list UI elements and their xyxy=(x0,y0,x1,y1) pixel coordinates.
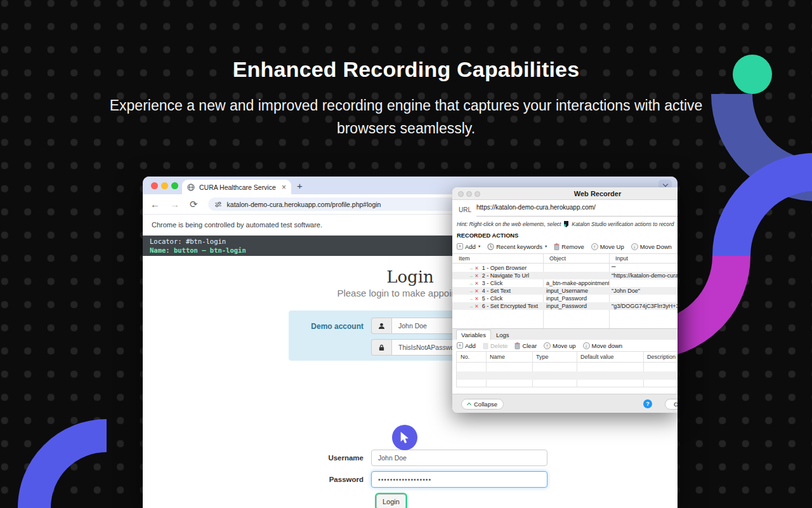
arrow-down-icon: ↓ xyxy=(583,342,590,349)
browser-tab[interactable]: CURA Healthcare Service × xyxy=(182,180,291,194)
col-description: Description xyxy=(643,354,678,360)
recent-keywords-button[interactable]: Recent keywords ▾ xyxy=(487,243,547,250)
page-subtitle: Experience a new and improved recording … xyxy=(102,94,710,140)
col-input: Input xyxy=(609,255,678,262)
recorder-url-label: URL xyxy=(459,206,471,213)
plus-icon: + xyxy=(457,342,463,349)
move-up-button[interactable]: ↑ Move Up xyxy=(591,243,624,250)
variables-table: No. Name Type Default value Description xyxy=(456,351,678,387)
action-row-4[interactable]: →✕4 - Set Text input_Username "John Doe" xyxy=(452,287,678,295)
col-name: Name xyxy=(486,354,532,360)
cursor-badge xyxy=(392,425,417,450)
hint-suffix: Katalon Studio verification actions to r… xyxy=(572,221,674,227)
login-button[interactable]: Login xyxy=(376,494,406,508)
chevron-down-icon xyxy=(662,182,667,187)
recorded-actions-heading: RECORDED ACTIONS xyxy=(457,232,518,239)
action-row-2[interactable]: →✕2 - Navigate To Url "https://katalon-d… xyxy=(452,272,678,279)
actions-table-header: Item Object Input xyxy=(452,254,678,264)
new-tab-button[interactable]: + xyxy=(297,180,303,191)
maximize-window-button[interactable] xyxy=(171,182,178,189)
recorder-titlebar: Web Recorder xyxy=(452,187,678,200)
step-x-icon: ✕ xyxy=(475,288,479,294)
step-arrow-icon: → xyxy=(468,288,473,294)
add-variable-button[interactable]: + Add xyxy=(457,342,476,349)
recorder-url-input[interactable]: https://katalon-demo-cura.herokuapp.com/ xyxy=(476,203,678,217)
variables-toolbar: + Add Delete Clear ↑ Move up ↓ Move down xyxy=(457,340,678,351)
partial-button[interactable]: C xyxy=(665,399,678,410)
arrow-up-icon: ↑ xyxy=(544,342,551,349)
mouse-pointer-icon xyxy=(400,432,410,444)
variables-empty-row xyxy=(457,371,678,380)
recorder-title: Web Recorder xyxy=(452,187,678,200)
clear-variables-button[interactable]: Clear xyxy=(514,342,537,349)
help-button[interactable]: ? xyxy=(643,399,652,408)
page-title: Enhanced Recording Capabilities xyxy=(0,57,812,82)
col-default-value: Default value xyxy=(577,354,643,360)
hint-prefix: Hint: Right-click on the web elements, s… xyxy=(457,221,561,227)
actions-toolbar: + Add ▾ Recent keywords ▾ Remove ↑ Move … xyxy=(457,241,678,251)
col-object: Object xyxy=(543,255,609,262)
move-variable-up-button[interactable]: ↑ Move up xyxy=(544,342,575,349)
delete-variable-button[interactable]: Delete xyxy=(483,342,508,349)
col-type: Type xyxy=(532,354,577,360)
clock-icon xyxy=(487,243,494,250)
action-row-5[interactable]: →✕5 - Click input_Password xyxy=(452,295,678,302)
recorder-hint: Hint: Right-click on the web elements, s… xyxy=(457,221,678,227)
forward-button[interactable]: → xyxy=(170,199,180,210)
move-variable-down-button[interactable]: ↓ Move down xyxy=(583,342,623,349)
variables-empty-row xyxy=(457,363,678,371)
close-window-button[interactable] xyxy=(151,182,158,189)
tab-close-icon[interactable]: × xyxy=(282,183,286,192)
recorded-actions-table: Item Object Input →✕1 - Open Browser "" … xyxy=(452,253,678,328)
remove-action-button[interactable]: Remove xyxy=(554,243,584,250)
step-x-icon: ✕ xyxy=(475,265,479,271)
tab-title: CURA Healthcare Service xyxy=(199,184,277,191)
arrow-up-icon: ↑ xyxy=(591,243,598,250)
action-row-1[interactable]: →✕1 - Open Browser "" xyxy=(452,264,678,272)
demo-account-label: Demo account xyxy=(289,322,363,331)
caret-down-icon: ▾ xyxy=(545,244,547,249)
user-icon xyxy=(371,318,391,334)
url-text: katalon-demo-cura.herokuapp.com/profile.… xyxy=(227,201,381,208)
step-arrow-icon: → xyxy=(468,296,473,302)
variables-table-header: No. Name Type Default value Description xyxy=(457,352,678,363)
add-action-button[interactable]: + Add ▾ xyxy=(457,243,480,250)
step-arrow-icon: → xyxy=(468,281,473,286)
arrow-down-icon: ↓ xyxy=(631,243,638,250)
step-arrow-icon: → xyxy=(468,265,473,271)
caret-down-icon: ▾ xyxy=(478,244,480,249)
bottom-tabs: Variables Logs xyxy=(452,328,678,340)
tab-logs[interactable]: Logs xyxy=(491,330,514,340)
site-settings-icon[interactable] xyxy=(214,201,222,208)
step-x-icon: ✕ xyxy=(475,281,479,286)
tab-variables[interactable]: Variables xyxy=(456,330,491,340)
trash-icon xyxy=(514,342,520,349)
step-arrow-icon: → xyxy=(468,304,473,309)
col-item: Item xyxy=(452,255,543,262)
move-down-button[interactable]: ↓ Move Down xyxy=(631,243,672,250)
chevron-up-icon xyxy=(467,403,471,407)
action-row-6[interactable]: →✕6 - Set Encrypted Text input_Password … xyxy=(452,302,678,310)
katalon-logo-icon xyxy=(563,221,569,227)
reload-button[interactable]: ⟳ xyxy=(190,199,198,210)
password-input[interactable]: •••••••••••••••••• xyxy=(371,471,547,488)
globe-favicon-icon xyxy=(187,184,195,191)
collapse-button[interactable]: Collapse xyxy=(461,399,504,410)
action-row-3[interactable]: →✕3 - Click a_btn-make-appointment xyxy=(452,279,678,287)
variables-empty-row xyxy=(457,380,678,388)
username-input[interactable]: John Doe xyxy=(371,450,547,466)
automation-infobar-text: Chrome is being controlled by automated … xyxy=(152,221,322,229)
back-button[interactable]: ← xyxy=(150,199,160,210)
recorder-url-row: URL https://katalon-demo-cura.herokuapp.… xyxy=(459,203,678,217)
step-x-icon: ✕ xyxy=(475,304,479,309)
step-x-icon: ✕ xyxy=(475,296,479,302)
web-recorder-window: Web Recorder URL https://katalon-demo-cu… xyxy=(452,187,678,413)
minimize-window-button[interactable] xyxy=(161,182,168,189)
plus-icon: + xyxy=(457,243,463,250)
col-no: No. xyxy=(457,354,486,360)
trash-icon xyxy=(554,243,560,250)
step-x-icon: ✕ xyxy=(475,273,479,279)
step-arrow-icon: → xyxy=(468,273,473,279)
lock-icon xyxy=(371,339,391,356)
password-label: Password xyxy=(289,476,363,483)
